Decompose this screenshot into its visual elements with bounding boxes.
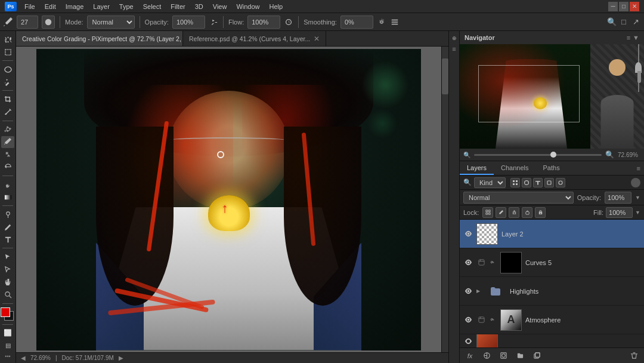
tool-direct-select[interactable] (1, 264, 14, 276)
menu-help[interactable]: Help (265, 2, 287, 11)
search-icon[interactable]: 🔍 (607, 17, 617, 27)
canvas-wrapper[interactable]: ↑ (16, 47, 441, 352)
flow-value[interactable]: 100% (247, 16, 280, 29)
fill-value-box[interactable]: 100% (606, 207, 633, 218)
filter-shape-icon[interactable] (544, 178, 554, 187)
lock-transparent-btn[interactable] (482, 207, 493, 218)
layer-visibility-partial[interactable] (463, 337, 473, 346)
menu-file[interactable]: File (20, 2, 39, 11)
tool-path-select[interactable] (1, 251, 14, 263)
opacity-value[interactable]: 100% (172, 16, 205, 29)
footer-new-layer-btn[interactable] (530, 349, 543, 362)
menu-edit[interactable]: Edit (41, 2, 60, 11)
footer-group-btn[interactable] (513, 349, 527, 362)
tool-dodge[interactable] (1, 208, 14, 220)
brush-preset-icon[interactable] (42, 16, 55, 29)
tab-paths[interactable]: Paths (536, 161, 567, 175)
footer-mask-btn[interactable] (497, 349, 510, 362)
layer-item-partial[interactable] (460, 334, 644, 347)
tab-main[interactable]: Creative Color Grading - PiXimperfect @ … (16, 31, 183, 46)
close-button[interactable]: ✕ (630, 2, 639, 11)
screen-mode-icon[interactable]: ⬜ (1, 327, 14, 339)
filter-pixel-icon[interactable] (510, 178, 520, 187)
navigator-menu-icon[interactable]: ≡ (627, 34, 630, 41)
layer-item-layer2[interactable]: Layer 2 (460, 220, 644, 248)
tab-layers[interactable]: Layers (460, 161, 494, 175)
status-scroll-left[interactable]: ◀ (21, 355, 26, 361)
layer-visibility-highlights[interactable] (463, 287, 473, 296)
brush-size-box[interactable]: 27 (17, 16, 38, 29)
lock-pixels-btn[interactable] (496, 207, 506, 218)
tool-hand[interactable] (1, 276, 14, 288)
tool-magic-wand[interactable] (1, 76, 14, 88)
tab-ref[interactable]: Reference.psd @ 41.2% (Curves 4, Layer..… (183, 31, 326, 46)
layer-visibility-curves5[interactable] (463, 258, 473, 267)
layer-item-curves5[interactable]: Curves 5 (460, 248, 644, 277)
menu-type[interactable]: Type (115, 2, 138, 11)
right-icon-navigator[interactable]: ⊕ (450, 33, 459, 43)
tab-channels[interactable]: Channels (494, 161, 535, 175)
settings-icon[interactable] (377, 17, 386, 27)
tool-move[interactable] (1, 33, 14, 45)
tab-ref-close[interactable]: ✕ (314, 35, 320, 43)
display-mode-icon[interactable]: ▤ (1, 340, 14, 352)
lock-artboard-btn[interactable] (522, 207, 532, 218)
layer-item-atmosphere[interactable]: A Atmosphere (460, 306, 644, 334)
tool-type[interactable] (1, 233, 14, 245)
tool-healing[interactable] (1, 124, 14, 136)
tool-eraser[interactable] (1, 179, 14, 190)
filter-kind-select[interactable]: Kind (474, 177, 506, 188)
share-icon[interactable]: ↗ (631, 17, 640, 27)
filter-toggle[interactable] (631, 178, 640, 187)
layer-visibility-layer2[interactable] (463, 229, 473, 239)
tool-eyedropper[interactable] (1, 106, 14, 118)
tool-history[interactable] (1, 161, 14, 173)
menu-filter[interactable]: Filter (166, 2, 189, 11)
canvas-scrollbar-v[interactable] (441, 47, 448, 352)
tool-gradient[interactable] (1, 191, 14, 203)
blend-mode-select[interactable]: Normal (463, 192, 574, 204)
footer-trash-btn[interactable] (627, 349, 640, 362)
maximize-button[interactable]: □ (619, 2, 628, 11)
footer-adjustment-btn[interactable] (480, 349, 493, 362)
foreground-color-swatch[interactable] (1, 307, 10, 317)
mode-select[interactable]: Normal (87, 16, 135, 29)
lock-all-btn[interactable] (535, 207, 546, 218)
menu-image[interactable]: Image (61, 2, 88, 11)
tool-zoom[interactable] (1, 289, 14, 301)
tool-marquee[interactable] (1, 46, 14, 58)
flow-icon[interactable] (284, 17, 293, 27)
tool-brush[interactable] (1, 136, 14, 148)
footer-fx-btn[interactable]: fx (463, 349, 476, 362)
tool-lasso[interactable] (1, 63, 14, 75)
menu-window[interactable]: Window (232, 2, 264, 11)
zoom-slider-thumb[interactable] (550, 152, 556, 158)
navigator-header[interactable]: Navigator ≡ ▼ (460, 31, 644, 44)
filter-smart-icon[interactable] (556, 178, 565, 187)
highlights-folder-arrow[interactable]: ▶ (476, 288, 480, 294)
navigator-expand-icon[interactable]: ▼ (633, 34, 639, 41)
scrollbar-thumb-v[interactable] (442, 59, 448, 94)
filter-type-icon[interactable] (533, 178, 543, 187)
smoothing-value[interactable]: 0% (340, 16, 373, 29)
brush-options-icon[interactable] (390, 17, 400, 27)
menu-view[interactable]: View (209, 2, 231, 11)
lock-position-btn[interactable] (509, 207, 519, 218)
layer-item-highlights[interactable]: ▶ Highlights (460, 277, 644, 306)
menu-select[interactable]: Select (139, 2, 166, 11)
menu-layer[interactable]: Layer (89, 2, 114, 11)
layers-panel-menu[interactable]: ≡ (633, 161, 644, 175)
status-scroll-right[interactable]: ▶ (119, 355, 123, 361)
right-icon-history[interactable]: ≡ (450, 44, 459, 54)
more-tools[interactable]: ••• (4, 352, 11, 361)
layer-visibility-atmosphere[interactable] (463, 315, 473, 325)
opacity-airbrush-icon[interactable] (209, 17, 218, 27)
tool-crop[interactable] (1, 93, 14, 105)
zoom-out-icon[interactable]: 🔍 (463, 152, 470, 158)
zoom-in-icon[interactable]: 🔍 (605, 150, 614, 159)
tool-clone[interactable] (1, 149, 14, 161)
tool-pen[interactable] (1, 221, 14, 233)
zoom-slider-track[interactable] (474, 154, 602, 156)
workspace-icon[interactable]: □ (619, 17, 628, 27)
brush-tool-icon[interactable] (4, 17, 13, 27)
